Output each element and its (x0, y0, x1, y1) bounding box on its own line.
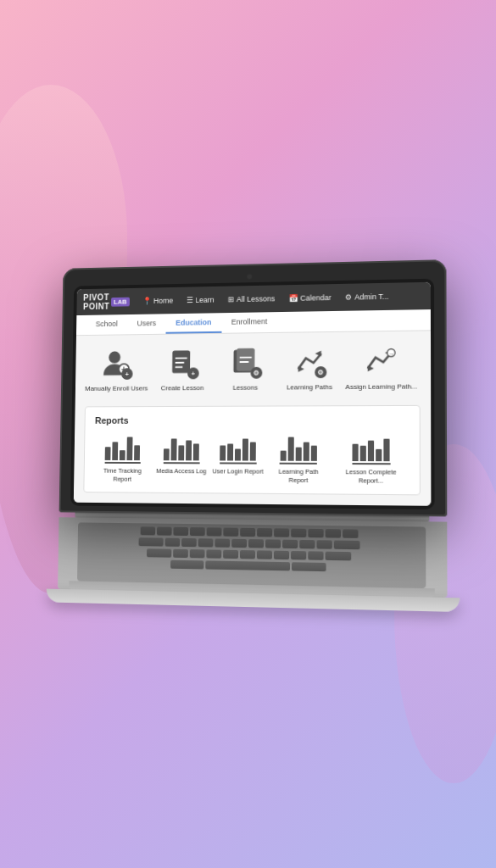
key (181, 538, 197, 547)
logo-area: PIVOT POINT LAB (82, 292, 129, 311)
key (147, 548, 171, 557)
key (156, 526, 171, 535)
nav-all-lessons-label: All Lessons (236, 294, 274, 303)
nav-bar: 📍 Home ☰ Learn ⊞ All Lessons 📅 (135, 283, 395, 314)
bar3 (178, 446, 184, 461)
bar2 (287, 437, 293, 461)
lessons-label: Lessons (232, 384, 257, 393)
subnav-enrollment[interactable]: Enrollment (221, 312, 277, 333)
all-lessons-icon: ⊞ (227, 295, 234, 303)
screen-bezel: PIVOT POINT LAB 📍 Home ☰ Learn (70, 279, 434, 509)
key (223, 527, 238, 536)
nav-calendar[interactable]: 📅 Calendar (281, 284, 338, 312)
subnav-education[interactable]: Education (165, 313, 221, 334)
media-access-log-card[interactable]: Media Access Log (155, 434, 207, 484)
spacebar-key (205, 560, 290, 570)
nav-learn[interactable]: ☰ Learn (179, 287, 220, 314)
key (189, 527, 204, 536)
reports-section: Reports Time Tracking Rep (83, 405, 421, 495)
home-icon: 📍 (142, 297, 151, 305)
svg-marker-12 (315, 351, 320, 357)
assign-learning-path-icon: → (362, 342, 400, 380)
nav-calendar-label: Calendar (300, 293, 332, 303)
key (325, 529, 340, 537)
time-tracking-icon (104, 434, 141, 464)
bar1 (352, 444, 358, 461)
manually-enroll-icon: + + (98, 345, 134, 381)
key (173, 549, 188, 558)
bar5 (249, 442, 255, 461)
key (273, 551, 288, 559)
keyboard (77, 522, 426, 588)
key (189, 549, 204, 558)
key (299, 540, 315, 548)
learning-paths-label: Learning Paths (286, 383, 332, 392)
bar5 (192, 444, 198, 461)
create-lesson-badge: + (187, 367, 198, 379)
report-grid: Time Tracking Report Med (93, 434, 408, 486)
bar1 (163, 449, 169, 461)
reports-title: Reports (94, 415, 408, 426)
nav-learn-label: Learn (195, 296, 214, 304)
key (223, 550, 238, 559)
learning-path-report-icon (279, 434, 316, 465)
create-lesson-card[interactable]: + Create Lesson (153, 344, 210, 393)
manually-enroll-card[interactable]: + + Manually Enroll Users (85, 345, 148, 394)
key (333, 540, 359, 549)
lessons-card[interactable]: ⚙ Lessons (216, 343, 273, 393)
key (138, 537, 163, 546)
bar5 (134, 446, 140, 461)
admin-icon: ⚙ (344, 293, 351, 302)
lesson-complete-report-card[interactable]: Lesson Complete Report... (333, 434, 409, 486)
key (274, 528, 289, 537)
key (215, 538, 230, 547)
lesson-complete-icon (351, 434, 389, 465)
nav-all-lessons[interactable]: ⊞ All Lessons (220, 285, 281, 313)
key (173, 527, 188, 536)
key (239, 550, 254, 559)
nav-admin-label: Admin T... (354, 292, 389, 302)
key (308, 529, 323, 537)
key (291, 528, 306, 537)
main-content: + + Manually Enroll Users (73, 331, 431, 505)
key (198, 538, 213, 547)
create-lesson-label: Create Lesson (160, 384, 203, 393)
bar3 (120, 451, 125, 461)
subnav-school[interactable]: School (86, 314, 127, 335)
assign-learning-path-card[interactable]: → Assign Learning Path... (345, 342, 417, 392)
learn-icon: ☰ (186, 296, 192, 304)
bar1 (280, 451, 286, 461)
manually-enroll-label: Manually Enroll Users (85, 385, 148, 394)
user-login-icon (219, 434, 256, 465)
nav-home[interactable]: 📍 Home (135, 287, 179, 314)
time-tracking-report-card[interactable]: Time Tracking Report (93, 434, 150, 484)
learning-path-report-label: Learning Path Report (269, 468, 328, 485)
bar1 (104, 448, 110, 461)
create-lesson-icon: + (164, 344, 200, 381)
bar1 (220, 446, 226, 461)
nav-home-label: Home (153, 297, 173, 305)
bar4 (186, 441, 192, 461)
bar4 (126, 437, 132, 461)
bar2 (112, 442, 118, 461)
lessons-badge: ⚙ (250, 367, 262, 379)
logo-text: PIVOT POINT (82, 292, 109, 311)
webcam (247, 274, 252, 279)
key (240, 528, 255, 537)
learning-path-report-card[interactable]: Learning Path Report (269, 434, 328, 485)
key (256, 550, 271, 559)
user-login-report-card[interactable]: User Login Report (211, 434, 264, 485)
learning-paths-card[interactable]: ⚙ Learning Paths (280, 342, 337, 392)
svg-point-0 (109, 351, 120, 363)
nav-admin[interactable]: ⚙ Admin T... (337, 283, 395, 311)
media-access-icon (163, 434, 199, 465)
key (164, 538, 180, 547)
education-icon-grid: + + Manually Enroll Users (85, 342, 420, 394)
lessons-icon: ⚙ (226, 343, 264, 381)
key (140, 526, 155, 535)
subnav-users[interactable]: Users (127, 314, 166, 334)
bar4 (303, 442, 309, 461)
key (343, 529, 358, 537)
media-access-label: Media Access Log (156, 467, 206, 476)
key (231, 539, 247, 548)
